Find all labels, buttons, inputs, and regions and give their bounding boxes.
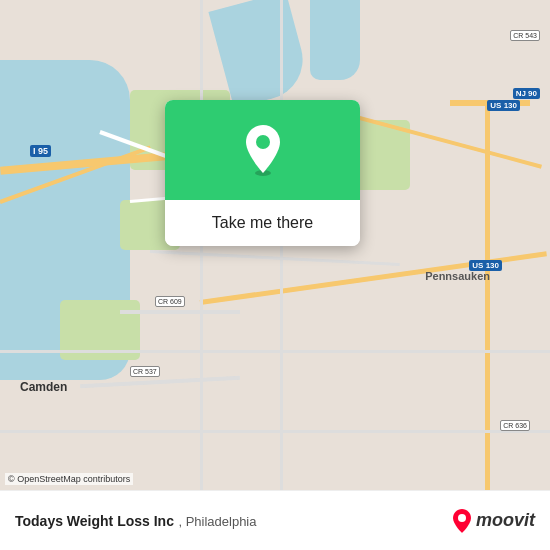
moovit-pin-icon bbox=[451, 508, 473, 534]
creek-right bbox=[310, 0, 360, 80]
osm-attribution: © OpenStreetMap contributors bbox=[5, 473, 133, 485]
moovit-logo: moovit bbox=[451, 508, 535, 534]
cr609-road bbox=[120, 310, 240, 314]
cr543-top-label: CR 543 bbox=[510, 30, 540, 41]
location-popup: Take me there bbox=[165, 100, 360, 246]
cr537-label: CR 537 bbox=[130, 366, 160, 377]
i95-label: I 95 bbox=[30, 145, 51, 157]
road-horizontal-1 bbox=[0, 430, 550, 433]
cr636-label: CR 636 bbox=[500, 420, 530, 431]
map-view[interactable]: I 95 NJ 90 CR 543 R 543 US 130 US 130 CR… bbox=[0, 0, 550, 490]
pennsauken-label: Pennsauken bbox=[425, 270, 490, 282]
svg-point-1 bbox=[256, 135, 270, 149]
moovit-brand-text: moovit bbox=[476, 510, 535, 531]
location-name: Todays Weight Loss Inc bbox=[15, 513, 174, 529]
nj90-label: NJ 90 bbox=[513, 88, 540, 99]
location-city: , Philadelphia bbox=[178, 514, 256, 529]
cr609-label: CR 609 bbox=[155, 296, 185, 307]
location-info: Todays Weight Loss Inc , Philadelphia bbox=[15, 512, 256, 530]
bottom-bar: Todays Weight Loss Inc , Philadelphia mo… bbox=[0, 490, 550, 550]
popup-header bbox=[165, 100, 360, 200]
us130-label-2: US 130 bbox=[487, 100, 520, 111]
svg-point-2 bbox=[458, 514, 466, 522]
camden-label: Camden bbox=[20, 380, 67, 394]
location-pin-icon bbox=[241, 123, 285, 177]
road-horizontal-2 bbox=[0, 350, 550, 353]
take-me-there-button[interactable]: Take me there bbox=[165, 200, 360, 246]
